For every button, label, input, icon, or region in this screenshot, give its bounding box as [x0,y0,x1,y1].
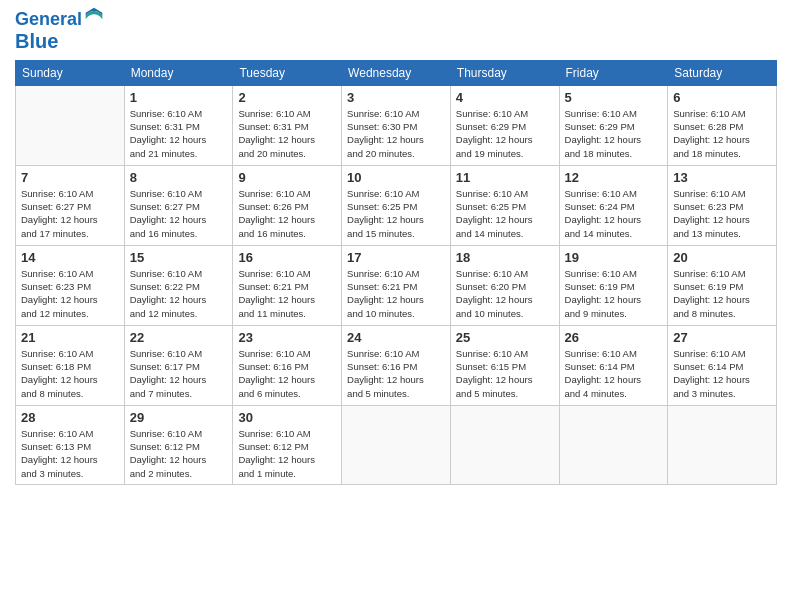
day-number: 19 [565,250,663,265]
calendar-week-5: 28Sunrise: 6:10 AM Sunset: 6:13 PM Dayli… [16,405,777,484]
calendar-cell: 25Sunrise: 6:10 AM Sunset: 6:15 PM Dayli… [450,325,559,405]
day-number: 16 [238,250,336,265]
day-info: Sunrise: 6:10 AM Sunset: 6:23 PM Dayligh… [673,187,771,240]
day-number: 3 [347,90,445,105]
calendar-cell: 16Sunrise: 6:10 AM Sunset: 6:21 PM Dayli… [233,245,342,325]
day-info: Sunrise: 6:10 AM Sunset: 6:21 PM Dayligh… [347,267,445,320]
calendar-cell: 12Sunrise: 6:10 AM Sunset: 6:24 PM Dayli… [559,165,668,245]
day-number: 6 [673,90,771,105]
calendar-cell: 15Sunrise: 6:10 AM Sunset: 6:22 PM Dayli… [124,245,233,325]
calendar-header-sunday: Sunday [16,60,125,85]
calendar-cell: 11Sunrise: 6:10 AM Sunset: 6:25 PM Dayli… [450,165,559,245]
calendar-cell: 13Sunrise: 6:10 AM Sunset: 6:23 PM Dayli… [668,165,777,245]
calendar-header-row: SundayMondayTuesdayWednesdayThursdayFrid… [16,60,777,85]
calendar-cell: 21Sunrise: 6:10 AM Sunset: 6:18 PM Dayli… [16,325,125,405]
day-number: 9 [238,170,336,185]
calendar-cell: 1Sunrise: 6:10 AM Sunset: 6:31 PM Daylig… [124,85,233,165]
day-info: Sunrise: 6:10 AM Sunset: 6:30 PM Dayligh… [347,107,445,160]
day-info: Sunrise: 6:10 AM Sunset: 6:19 PM Dayligh… [565,267,663,320]
day-info: Sunrise: 6:10 AM Sunset: 6:19 PM Dayligh… [673,267,771,320]
day-number: 12 [565,170,663,185]
day-number: 23 [238,330,336,345]
day-number: 27 [673,330,771,345]
day-number: 5 [565,90,663,105]
logo: General Blue [15,10,104,52]
calendar-cell: 23Sunrise: 6:10 AM Sunset: 6:16 PM Dayli… [233,325,342,405]
calendar-cell: 9Sunrise: 6:10 AM Sunset: 6:26 PM Daylig… [233,165,342,245]
calendar-week-1: 1Sunrise: 6:10 AM Sunset: 6:31 PM Daylig… [16,85,777,165]
day-number: 10 [347,170,445,185]
day-number: 4 [456,90,554,105]
day-number: 29 [130,410,228,425]
calendar-cell: 3Sunrise: 6:10 AM Sunset: 6:30 PM Daylig… [342,85,451,165]
day-info: Sunrise: 6:10 AM Sunset: 6:12 PM Dayligh… [238,427,336,480]
calendar-cell: 27Sunrise: 6:10 AM Sunset: 6:14 PM Dayli… [668,325,777,405]
day-info: Sunrise: 6:10 AM Sunset: 6:21 PM Dayligh… [238,267,336,320]
calendar-cell: 22Sunrise: 6:10 AM Sunset: 6:17 PM Dayli… [124,325,233,405]
day-number: 21 [21,330,119,345]
header: General Blue [15,10,777,52]
day-number: 20 [673,250,771,265]
day-number: 15 [130,250,228,265]
calendar-cell: 29Sunrise: 6:10 AM Sunset: 6:12 PM Dayli… [124,405,233,484]
day-info: Sunrise: 6:10 AM Sunset: 6:16 PM Dayligh… [238,347,336,400]
calendar-cell: 10Sunrise: 6:10 AM Sunset: 6:25 PM Dayli… [342,165,451,245]
day-info: Sunrise: 6:10 AM Sunset: 6:22 PM Dayligh… [130,267,228,320]
day-info: Sunrise: 6:10 AM Sunset: 6:29 PM Dayligh… [456,107,554,160]
calendar-cell: 8Sunrise: 6:10 AM Sunset: 6:27 PM Daylig… [124,165,233,245]
calendar-header-thursday: Thursday [450,60,559,85]
calendar-cell: 24Sunrise: 6:10 AM Sunset: 6:16 PM Dayli… [342,325,451,405]
calendar-header-tuesday: Tuesday [233,60,342,85]
day-number: 11 [456,170,554,185]
calendar-cell: 30Sunrise: 6:10 AM Sunset: 6:12 PM Dayli… [233,405,342,484]
day-info: Sunrise: 6:10 AM Sunset: 6:15 PM Dayligh… [456,347,554,400]
day-info: Sunrise: 6:10 AM Sunset: 6:29 PM Dayligh… [565,107,663,160]
day-info: Sunrise: 6:10 AM Sunset: 6:25 PM Dayligh… [347,187,445,240]
calendar-header-monday: Monday [124,60,233,85]
calendar-cell: 2Sunrise: 6:10 AM Sunset: 6:31 PM Daylig… [233,85,342,165]
day-info: Sunrise: 6:10 AM Sunset: 6:24 PM Dayligh… [565,187,663,240]
calendar-header-saturday: Saturday [668,60,777,85]
day-number: 25 [456,330,554,345]
logo-icon [84,6,104,26]
calendar-cell: 18Sunrise: 6:10 AM Sunset: 6:20 PM Dayli… [450,245,559,325]
day-number: 28 [21,410,119,425]
day-number: 18 [456,250,554,265]
logo-general: General [15,10,82,30]
day-number: 30 [238,410,336,425]
page: General Blue SundayMondayTuesdayWednesda… [0,0,792,612]
calendar-cell: 20Sunrise: 6:10 AM Sunset: 6:19 PM Dayli… [668,245,777,325]
day-number: 1 [130,90,228,105]
calendar-cell [16,85,125,165]
day-info: Sunrise: 6:10 AM Sunset: 6:20 PM Dayligh… [456,267,554,320]
day-info: Sunrise: 6:10 AM Sunset: 6:16 PM Dayligh… [347,347,445,400]
day-info: Sunrise: 6:10 AM Sunset: 6:17 PM Dayligh… [130,347,228,400]
calendar-cell: 14Sunrise: 6:10 AM Sunset: 6:23 PM Dayli… [16,245,125,325]
day-info: Sunrise: 6:10 AM Sunset: 6:14 PM Dayligh… [565,347,663,400]
calendar-cell: 6Sunrise: 6:10 AM Sunset: 6:28 PM Daylig… [668,85,777,165]
calendar-cell [450,405,559,484]
calendar-cell [342,405,451,484]
calendar-header-friday: Friday [559,60,668,85]
day-info: Sunrise: 6:10 AM Sunset: 6:18 PM Dayligh… [21,347,119,400]
day-info: Sunrise: 6:10 AM Sunset: 6:23 PM Dayligh… [21,267,119,320]
day-number: 22 [130,330,228,345]
day-info: Sunrise: 6:10 AM Sunset: 6:31 PM Dayligh… [238,107,336,160]
calendar-cell: 28Sunrise: 6:10 AM Sunset: 6:13 PM Dayli… [16,405,125,484]
calendar-cell: 17Sunrise: 6:10 AM Sunset: 6:21 PM Dayli… [342,245,451,325]
day-info: Sunrise: 6:10 AM Sunset: 6:28 PM Dayligh… [673,107,771,160]
day-number: 13 [673,170,771,185]
day-info: Sunrise: 6:10 AM Sunset: 6:27 PM Dayligh… [21,187,119,240]
day-number: 24 [347,330,445,345]
day-info: Sunrise: 6:10 AM Sunset: 6:12 PM Dayligh… [130,427,228,480]
calendar-week-3: 14Sunrise: 6:10 AM Sunset: 6:23 PM Dayli… [16,245,777,325]
day-number: 2 [238,90,336,105]
calendar-cell: 5Sunrise: 6:10 AM Sunset: 6:29 PM Daylig… [559,85,668,165]
day-info: Sunrise: 6:10 AM Sunset: 6:27 PM Dayligh… [130,187,228,240]
logo-blue: Blue [15,30,58,52]
day-number: 8 [130,170,228,185]
calendar-cell: 26Sunrise: 6:10 AM Sunset: 6:14 PM Dayli… [559,325,668,405]
calendar-cell [559,405,668,484]
day-number: 17 [347,250,445,265]
calendar-cell: 4Sunrise: 6:10 AM Sunset: 6:29 PM Daylig… [450,85,559,165]
